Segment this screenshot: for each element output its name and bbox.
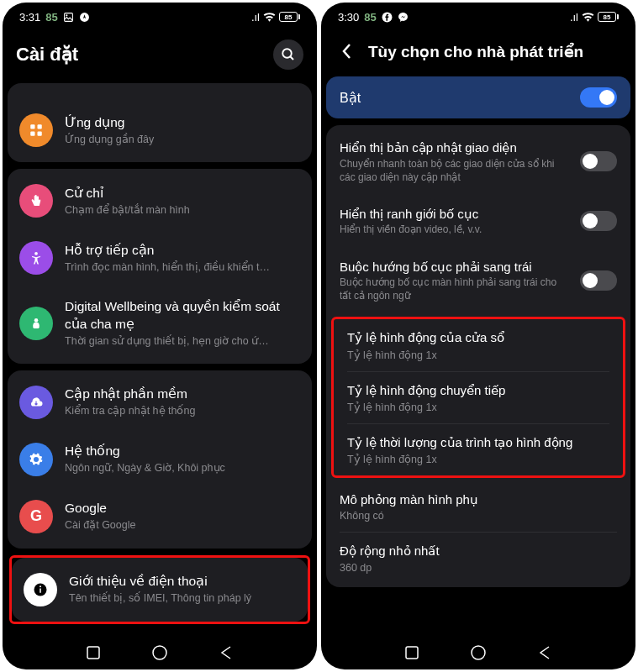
svg-rect-8 bbox=[38, 132, 42, 136]
page-title: Tùy chọn cho nhà phát triển bbox=[368, 42, 622, 61]
svg-point-1 bbox=[66, 14, 67, 16]
settings-item-wellbeing[interactable]: Digital Wellbeing và quyền kiểm soát của… bbox=[8, 286, 312, 360]
settings-item-apps[interactable]: Ứng dụng Ứng dụng gần đây bbox=[8, 102, 312, 159]
nav-back[interactable] bbox=[217, 643, 235, 662]
toggle-layout-bounds[interactable]: Hiển thị ranh giới bố cục Hiển thị viền … bbox=[326, 195, 630, 248]
option-animator-duration-scale[interactable]: Tỷ lệ thời lượng của trình tạo hình động… bbox=[334, 424, 623, 475]
switch-off[interactable] bbox=[580, 211, 617, 231]
row-title: Digital Wellbeing và quyền kiểm soát của… bbox=[65, 298, 300, 333]
main-toggle[interactable]: Bật bbox=[326, 76, 630, 118]
svg-rect-17 bbox=[406, 647, 418, 659]
option-simulate-secondary[interactable]: Mô phỏng màn hình phụ Không có bbox=[326, 481, 630, 532]
nav-bar bbox=[321, 636, 635, 669]
row-title: Cử chỉ bbox=[65, 185, 300, 202]
toggle-title: Buộc hướng bố cục phải sang trái bbox=[340, 259, 570, 276]
accessibility-icon bbox=[19, 241, 53, 275]
svg-point-15 bbox=[153, 646, 166, 659]
row-title: Hỗ trợ tiếp cận bbox=[65, 242, 300, 260]
option-title: Mô phỏng màn hình phụ bbox=[340, 491, 617, 508]
svg-point-3 bbox=[282, 49, 292, 58]
messenger-icon bbox=[398, 12, 409, 23]
toggle-rtl-layout[interactable]: Buộc hướng bố cục phải sang trái Buộc hư… bbox=[326, 248, 630, 314]
google-icon: G bbox=[19, 500, 53, 533]
svg-rect-5 bbox=[30, 124, 34, 129]
nav-back[interactable] bbox=[535, 643, 554, 662]
option-title: Tỷ lệ hình động chuyển tiếp bbox=[347, 382, 609, 399]
toggle-show-surface-updates[interactable]: Hiển thị bản cập nhật giao diện Chuyển n… bbox=[326, 129, 630, 195]
option-sub: Tỷ lệ hình động 1x bbox=[347, 349, 609, 361]
search-icon bbox=[281, 47, 296, 62]
svg-point-10 bbox=[34, 318, 39, 323]
svg-rect-0 bbox=[64, 13, 72, 21]
row-title: Hệ thống bbox=[65, 443, 300, 460]
settings-header: Cài đặt bbox=[3, 31, 317, 83]
nav-recent[interactable] bbox=[84, 643, 103, 662]
settings-item-system[interactable]: Hệ thống Ngôn ngữ, Ngày & Giờ, Khôi phục bbox=[8, 431, 312, 488]
main-toggle-bar: Bật bbox=[326, 76, 630, 118]
svg-point-13 bbox=[40, 585, 41, 587]
nav-bar bbox=[3, 636, 317, 669]
svg-rect-6 bbox=[38, 124, 42, 129]
row-sub: Kiểm tra cập nhật hệ thống bbox=[65, 404, 300, 418]
option-title: Tỷ lệ hình động của cửa sổ bbox=[347, 329, 609, 346]
row-title: Ứng dụng bbox=[65, 114, 300, 132]
battery-icon: 85 bbox=[279, 12, 300, 22]
cloud-icon bbox=[19, 386, 53, 419]
option-title: Tỷ lệ thời lượng của trình tạo hình động bbox=[347, 434, 609, 451]
settings-item-gestures[interactable]: Cử chỉ Chạm để bật/tắt màn hình bbox=[8, 172, 312, 229]
cut-row-sub bbox=[8, 83, 312, 102]
settings-item-accessibility[interactable]: Hỗ trợ tiếp cận Trình đọc màn hình, hiển… bbox=[8, 229, 312, 286]
settings-item-google[interactable]: G Google Cài đặt Google bbox=[8, 488, 312, 545]
option-smallest-width[interactable]: Độ rộng nhỏ nhất 360 dp bbox=[326, 533, 630, 583]
option-sub: Tỷ lệ hình động 1x bbox=[347, 453, 609, 465]
toggle-title: Hiển thị ranh giới bố cục bbox=[340, 206, 570, 223]
status-time: 3:30 bbox=[338, 11, 359, 24]
option-sub: Không có bbox=[340, 510, 617, 522]
signal-dots: .ıl bbox=[570, 11, 578, 24]
search-button[interactable] bbox=[273, 39, 303, 70]
option-transition-animation-scale[interactable]: Tỷ lệ hình động chuyển tiếp Tỷ lệ hình đ… bbox=[334, 372, 623, 423]
status-bar: 3:31 85 .ıl 85 bbox=[3, 3, 317, 31]
battery-icon: 85 bbox=[598, 12, 619, 22]
settings-content: Ứng dụng Ứng dụng gần đây Cử chỉ Chạm để… bbox=[3, 83, 317, 636]
status-time: 3:31 bbox=[19, 11, 40, 24]
devoptions-header: Tùy chọn cho nhà phát triển bbox=[321, 31, 635, 76]
row-sub: Ngôn ngữ, Ngày & Giờ, Khôi phục bbox=[65, 461, 300, 475]
svg-rect-12 bbox=[40, 588, 41, 592]
status-pct: 85 bbox=[364, 11, 376, 24]
switch-on[interactable] bbox=[580, 87, 617, 108]
option-sub: Tỷ lệ hình động 1x bbox=[347, 401, 609, 413]
svg-line-4 bbox=[290, 56, 293, 60]
hand-icon bbox=[19, 184, 53, 218]
devoptions-content: Bật Hiển thị bản cập nhật giao diện Chuy… bbox=[321, 76, 635, 636]
nav-recent[interactable] bbox=[403, 643, 421, 662]
option-window-animation-scale[interactable]: Tỷ lệ hình động của cửa sổ Tỷ lệ hình độ… bbox=[334, 319, 623, 370]
row-title: Google bbox=[65, 500, 300, 517]
row-sub: Trình đọc màn hình, hiển thị, điều khiển… bbox=[65, 260, 300, 275]
image-icon bbox=[63, 12, 74, 23]
wifi-icon bbox=[263, 12, 276, 22]
toggle-sub: Hiển thị viền đoạn video, lề, v.v. bbox=[340, 223, 570, 236]
settings-item-update[interactable]: Cập nhật phần mềm Kiểm tra cập nhật hệ t… bbox=[8, 374, 312, 431]
highlight-about-phone: Giới thiệu về điện thoại Tên thiết bị, s… bbox=[9, 555, 310, 624]
status-pct: 85 bbox=[45, 11, 57, 24]
phone-left-settings: 3:31 85 .ıl 85 Cài đặt Ứng dụng Ứ bbox=[3, 3, 317, 669]
status-bar: 3:30 85 .ıl 85 bbox=[321, 3, 635, 31]
toggle-sub: Chuyển nhanh toàn bộ các giao diện cửa s… bbox=[340, 157, 570, 184]
signal-dots: .ıl bbox=[251, 11, 260, 24]
highlight-animation-scales: Tỷ lệ hình động của cửa sổ Tỷ lệ hình độ… bbox=[331, 317, 625, 478]
nav-home[interactable] bbox=[150, 643, 169, 662]
svg-rect-14 bbox=[87, 647, 99, 659]
switch-off[interactable] bbox=[580, 270, 617, 291]
row-sub: Chạm để bật/tắt màn hình bbox=[65, 203, 300, 218]
svg-rect-7 bbox=[30, 132, 34, 136]
switch-off[interactable] bbox=[580, 151, 617, 171]
svg-point-18 bbox=[472, 646, 485, 659]
settings-item-about[interactable]: Giới thiệu về điện thoại Tên thiết bị, s… bbox=[12, 561, 308, 618]
apps-icon bbox=[19, 113, 53, 147]
row-sub: Tên thiết bị, số IMEI, Thông tin pháp lý bbox=[69, 591, 296, 606]
nav-home[interactable] bbox=[469, 643, 488, 662]
toggle-sub: Buộc hướng bố cục màn hình phải sang trá… bbox=[340, 276, 570, 302]
facebook-icon bbox=[382, 12, 393, 23]
back-button[interactable] bbox=[335, 39, 358, 63]
